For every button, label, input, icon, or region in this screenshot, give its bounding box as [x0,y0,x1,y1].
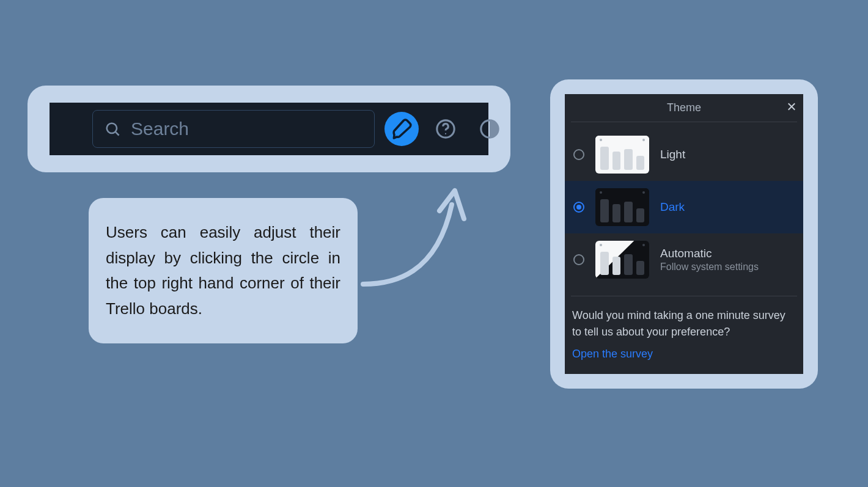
search-input[interactable] [131,119,363,139]
search-icon [104,120,121,137]
survey-section: Would you mind taking a one minute surve… [565,296,803,374]
radio-icon [573,202,584,213]
close-icon [786,101,797,112]
toolbar-frame [28,86,510,172]
survey-prompt: Would you mind taking a one minute surve… [572,307,796,340]
theme-panel-frame: Theme Light [550,79,818,389]
bell-icon [391,118,413,140]
theme-toggle-button[interactable] [473,112,507,146]
app-toolbar [50,103,488,155]
help-button[interactable] [428,112,463,146]
theme-swatch-dark [595,188,649,226]
arrow-icon [357,177,479,299]
theme-option-label: Automatic [660,247,759,260]
svg-line-1 [116,132,119,136]
help-icon [435,119,456,139]
theme-option-automatic[interactable]: Automatic Follow system settings [565,233,803,286]
theme-panel: Theme Light [565,94,803,374]
theme-option-dark[interactable]: Dark [565,181,803,233]
theme-panel-title: Theme [667,101,701,114]
notifications-button[interactable] [384,112,419,146]
caption-bubble: Users can easily adjust their display by… [89,198,358,343]
theme-option-sublabel: Follow system settings [660,262,759,273]
svg-point-0 [107,123,117,133]
theme-option-light[interactable]: Light [565,128,803,181]
close-button[interactable] [786,101,797,115]
contrast-icon [479,119,500,139]
theme-panel-header: Theme [571,94,797,122]
svg-point-3 [445,133,446,134]
theme-option-label: Dark [660,200,685,214]
radio-icon [573,149,584,160]
radio-icon [573,254,584,265]
theme-swatch-light [595,136,649,174]
theme-option-label: Light [660,148,685,161]
survey-link[interactable]: Open the survey [572,348,796,361]
theme-swatch-automatic [595,241,649,279]
caption-text: Users can easily adjust their display by… [106,223,340,318]
theme-options-list: Light Dark [565,122,803,286]
search-field[interactable] [92,110,375,148]
